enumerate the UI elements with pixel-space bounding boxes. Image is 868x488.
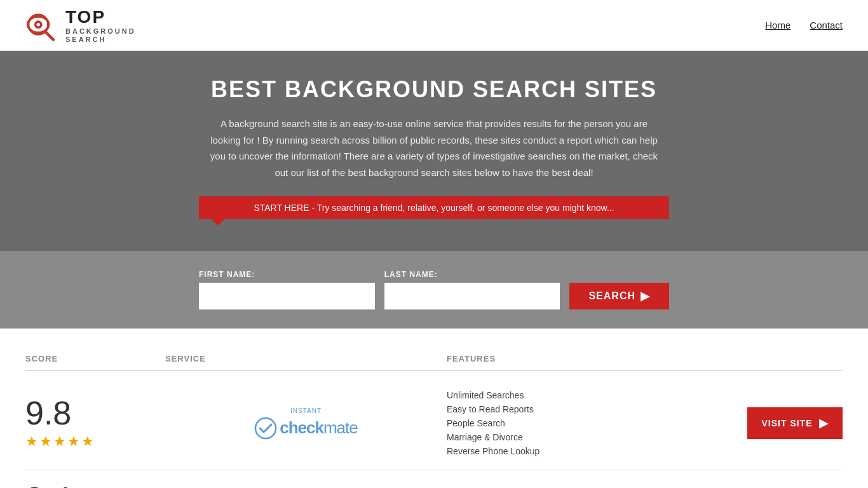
header: TOP BACKGROUNDSEARCH Home Contact xyxy=(0,0,868,51)
nav-home[interactable]: Home xyxy=(765,20,790,30)
star-5: ★ xyxy=(81,433,94,450)
star-4: ★ xyxy=(67,433,80,450)
table-section: SCORE SERVICE FEATURES 9.8 ★ ★ ★ ★ ★ ins… xyxy=(0,329,868,488)
last-name-label: LAST NAME: xyxy=(384,270,560,279)
first-name-input[interactable] xyxy=(199,283,375,309)
table-row: 9.4 ★ ★ ★ ★ ★ PeopleLooker Accurate and … xyxy=(25,470,843,488)
col-header-action xyxy=(728,354,843,363)
score-column: 9.4 ★ ★ ★ ★ ★ xyxy=(25,482,165,488)
visit-site-button[interactable]: VISIT SITE ▶ xyxy=(747,407,843,439)
col-header-score: SCORE xyxy=(25,354,165,363)
score-value: 9.4 xyxy=(25,482,71,488)
service-logo-column: instant checkmate xyxy=(165,401,447,446)
first-name-label: FIRST NAME: xyxy=(199,270,375,279)
search-form-section: FIRST NAME: LAST NAME: SEARCH ▶ xyxy=(0,251,868,329)
nav-contact[interactable]: Contact xyxy=(810,20,843,30)
col-header-service: SERVICE xyxy=(165,354,447,363)
logo-top-text: TOP xyxy=(65,6,136,28)
logo: TOP BACKGROUNDSEARCH xyxy=(25,6,136,44)
last-name-group: LAST NAME: xyxy=(384,270,560,309)
features-column: Unlimited Searches Easy to Read Reports … xyxy=(447,390,728,456)
star-2: ★ xyxy=(39,433,52,450)
first-name-group: FIRST NAME: xyxy=(199,270,375,309)
hero-description: A background search site is an easy-to-u… xyxy=(205,116,663,180)
logo-text: TOP BACKGROUNDSEARCH xyxy=(65,6,136,44)
svg-point-5 xyxy=(255,418,276,438)
feature-item: People Search xyxy=(447,418,728,428)
col-header-features: FEATURES xyxy=(447,354,728,363)
feature-item: Reverse Phone Lookup xyxy=(447,446,728,456)
search-button[interactable]: SEARCH ▶ xyxy=(569,283,669,309)
hero-section: BEST BACKGROUND SEARCH SITES A backgroun… xyxy=(0,51,868,251)
feature-item: Marriage & Divorce xyxy=(447,432,728,442)
star-3: ★ xyxy=(53,433,66,450)
hero-title: BEST BACKGROUND SEARCH SITES xyxy=(13,76,855,103)
score-value: 9.8 xyxy=(25,396,71,430)
logo-icon xyxy=(25,10,60,41)
table-row: 9.8 ★ ★ ★ ★ ★ instant checkmate xyxy=(25,377,843,470)
score-column: 9.8 ★ ★ ★ ★ ★ xyxy=(25,396,165,450)
last-name-input[interactable] xyxy=(384,283,560,309)
visit-button-column: VISIT SITE ▶ xyxy=(728,407,843,439)
search-tip: START HERE - Try searching a friend, rel… xyxy=(199,196,669,219)
search-arrow-icon: ▶ xyxy=(641,289,650,303)
logo-bottom-text: BACKGROUNDSEARCH xyxy=(65,27,136,44)
table-header: SCORE SERVICE FEATURES xyxy=(25,348,843,371)
checkmate-check-icon xyxy=(254,417,277,440)
main-nav: Home Contact xyxy=(765,20,843,30)
search-form: FIRST NAME: LAST NAME: SEARCH ▶ xyxy=(199,270,669,309)
star-1: ★ xyxy=(25,433,38,450)
checkmate-text: checkmate xyxy=(280,418,358,438)
feature-item: Unlimited Searches xyxy=(447,390,728,400)
visit-arrow-icon: ▶ xyxy=(819,416,829,430)
star-rating: ★ ★ ★ ★ ★ xyxy=(25,433,94,450)
checkmate-logo: instant checkmate xyxy=(254,407,358,440)
svg-line-4 xyxy=(45,31,53,39)
svg-point-2 xyxy=(37,22,40,25)
feature-item: Easy to Read Reports xyxy=(447,404,728,414)
